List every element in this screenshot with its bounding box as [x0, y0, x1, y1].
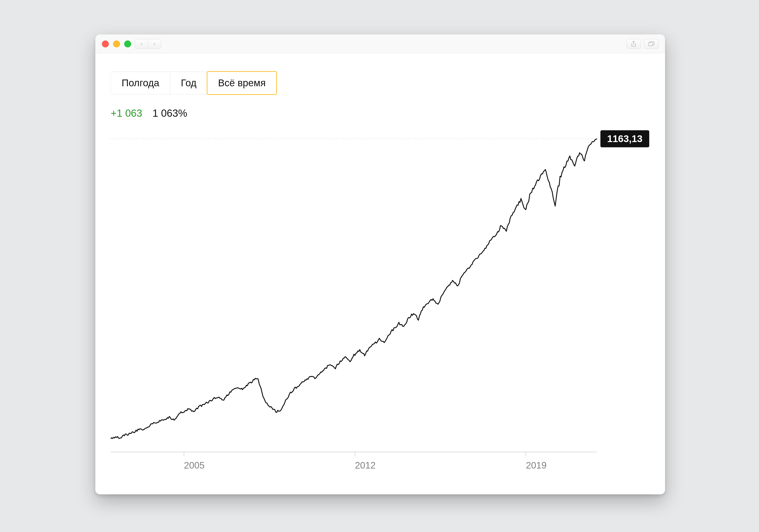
value-tooltip-label: 1163,13 [607, 133, 643, 144]
titlebar: ‹ › [95, 34, 665, 53]
zoom-window-button[interactable] [124, 40, 131, 47]
time-range-tab[interactable]: Полгода [111, 72, 170, 94]
time-range-tab[interactable]: Год [170, 72, 207, 94]
svg-rect-0 [649, 43, 653, 46]
series-line [111, 139, 597, 438]
chart-panel: ПолгодаГодВсё время +1 063 1 063% 200520… [111, 72, 650, 480]
stat-abs-change: +1 063 [111, 107, 142, 119]
x-tick-label: 2019 [526, 460, 546, 471]
chart-area[interactable]: 2005201220191163,13 [111, 130, 650, 480]
share-button[interactable] [626, 39, 641, 49]
time-range-tabs: ПолгодаГодВсё время [111, 72, 276, 95]
app-window: ‹ › ПолгодаГодВсё время [95, 34, 665, 494]
line-chart: 2005201220191163,13 [111, 130, 650, 480]
nav-forward-button[interactable]: › [148, 39, 161, 49]
time-range-tab[interactable]: Всё время [207, 72, 276, 94]
stat-pct-change: 1 063% [152, 107, 187, 119]
close-window-button[interactable] [102, 40, 109, 47]
window-traffic-lights [102, 40, 131, 47]
chevron-left-icon: ‹ [141, 41, 142, 47]
tabs-icon [648, 41, 654, 47]
x-tick-label: 2005 [184, 460, 205, 471]
nav-back-button[interactable]: ‹ [135, 39, 148, 49]
tabs-button[interactable] [644, 39, 659, 49]
chevron-right-icon: › [154, 41, 156, 47]
stats-row: +1 063 1 063% [111, 107, 650, 119]
minimize-window-button[interactable] [113, 40, 120, 47]
titlebar-right-controls [626, 39, 659, 49]
share-icon [631, 41, 636, 47]
x-tick-label: 2012 [355, 460, 376, 471]
nav-buttons: ‹ › [135, 39, 161, 49]
